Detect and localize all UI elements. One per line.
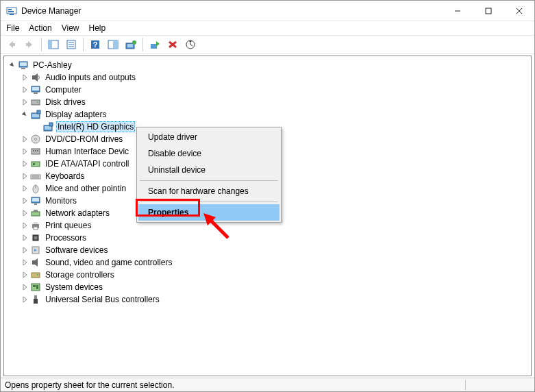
svg-point-43 [35,138,37,140]
disk-icon [30,97,41,108]
svg-rect-64 [34,236,37,239]
close-button[interactable] [503,1,534,21]
enable-device-button[interactable] [147,37,163,52]
tree-category[interactable]: Software devices [4,244,531,256]
expand-icon[interactable] [19,72,30,83]
menu-file[interactable]: File [6,23,19,33]
context-menu-item[interactable]: Uninstall device [138,162,279,178]
expand-icon[interactable] [19,220,30,231]
collapse-icon[interactable] [7,60,18,71]
tree-category-label: Computer [44,85,83,95]
tree-device-label: Intel(R) HD Graphics [56,121,135,132]
expand-icon[interactable] [19,208,30,219]
tree-category[interactable]: Display adapters [4,108,531,121]
context-menu-item-label: Uninstall device [148,165,206,175]
collapse-icon[interactable] [19,109,30,120]
svg-rect-29 [21,68,25,69]
svg-point-22 [132,40,136,45]
expand-icon[interactable] [19,257,30,268]
tree-category-label: Keyboards [44,171,86,181]
tree-root-label: PC-Ashley [32,60,73,70]
expand-icon[interactable] [19,97,30,108]
context-menu-item[interactable]: Disable device [138,145,279,162]
svg-rect-23 [151,44,157,49]
mouse-icon [30,183,41,194]
expand-icon[interactable] [19,232,30,243]
toolbar: ? [1,35,534,54]
svg-rect-56 [32,198,39,201]
context-menu-item-properties[interactable]: Properties [138,204,279,221]
properties-button[interactable] [63,37,79,52]
svg-rect-34 [32,100,40,105]
expand-icon[interactable] [19,269,30,280]
update-driver-button[interactable] [123,37,139,52]
svg-rect-21 [127,44,133,47]
audio-icon [30,72,41,83]
network-icon [30,208,41,219]
tree-category[interactable]: Computer [4,84,531,96]
uninstall-device-button[interactable] [164,37,181,52]
expand-icon[interactable] [19,183,30,194]
context-menu-item[interactable]: Update driver [138,129,279,145]
status-bar: Opens property sheet for the current sel… [1,378,534,391]
svg-rect-30 [32,75,35,79]
svg-rect-8 [12,43,15,46]
tree-category[interactable]: Sound, video and game controllers [4,256,531,269]
expand-icon[interactable] [19,171,30,182]
tree-category[interactable]: System devices [4,281,531,293]
hid-icon [30,146,41,157]
svg-rect-67 [32,273,40,278]
svg-rect-46 [35,150,36,151]
software-icon [30,245,41,256]
expand-icon[interactable] [19,158,30,169]
tree-category[interactable]: Disk drives [4,96,531,108]
expand-icon[interactable] [19,282,30,293]
svg-rect-50 [31,175,40,179]
tree-category-label: Mice and other pointin [44,184,127,193]
monitor-icon [30,195,41,206]
svg-rect-49 [33,163,35,165]
tree-root[interactable]: PC-Ashley [4,59,531,71]
tree-category-label: Display adapters [44,110,108,119]
context-menu: Update driverDisable deviceUninstall dev… [136,127,282,223]
context-menu-separator [140,201,278,202]
svg-rect-3 [10,14,14,15]
help-button[interactable]: ? [87,37,103,52]
action-icon-button[interactable] [105,37,121,52]
tree-category-label: Print queues [44,221,92,230]
scan-hardware-button[interactable] [182,37,199,52]
expand-icon[interactable] [19,245,30,256]
context-menu-item-label: Properties [148,208,188,217]
tree-category[interactable]: Universal Serial Bus controllers [4,293,531,306]
cpu-icon [30,232,41,243]
forward-button[interactable] [21,37,38,52]
tree-category-label: Monitors [44,196,78,206]
maximize-button[interactable] [473,1,503,21]
display-icon [30,109,41,120]
expand-icon[interactable] [19,294,30,305]
expand-icon[interactable] [19,195,30,206]
menu-help[interactable]: Help [89,23,106,33]
menu-view[interactable]: View [62,23,79,33]
svg-rect-32 [32,87,39,90]
tree-category-label: System devices [44,282,104,292]
expand-icon[interactable] [19,84,30,95]
svg-rect-70 [33,285,36,287]
show-hide-console-tree-button[interactable] [45,37,62,52]
svg-rect-11 [49,40,52,49]
tree-category-label: Processors [44,233,88,243]
minimize-button[interactable] [442,1,473,21]
sound-icon [30,257,41,268]
expand-icon[interactable] [19,146,30,157]
tree-category[interactable]: Storage controllers [4,269,531,281]
back-button[interactable] [3,37,20,52]
menu-action[interactable]: Action [29,23,51,33]
tree-category[interactable]: Processors [4,232,531,244]
svg-rect-9 [26,43,29,46]
context-menu-item[interactable]: Scan for hardware changes [138,183,279,199]
tree-category-label: Storage controllers [44,270,116,280]
tree-category[interactable]: Audio inputs and outputs [4,71,531,84]
expand-icon[interactable] [19,134,30,145]
context-menu-item-label: Update driver [148,132,197,142]
ide-icon [30,158,41,169]
